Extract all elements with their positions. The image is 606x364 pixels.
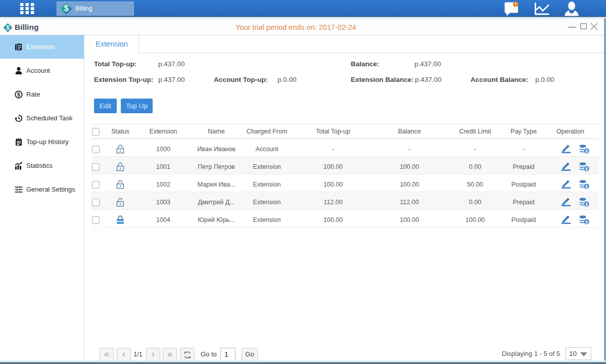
svg-text:$: $	[585, 219, 588, 224]
svg-text:$: $	[585, 166, 588, 171]
svg-text:$: $	[585, 149, 588, 154]
svg-text:$: $	[585, 184, 588, 189]
svg-text:$: $	[17, 91, 20, 97]
svg-text:$: $	[64, 4, 69, 13]
svg-text:$: $	[585, 202, 588, 207]
